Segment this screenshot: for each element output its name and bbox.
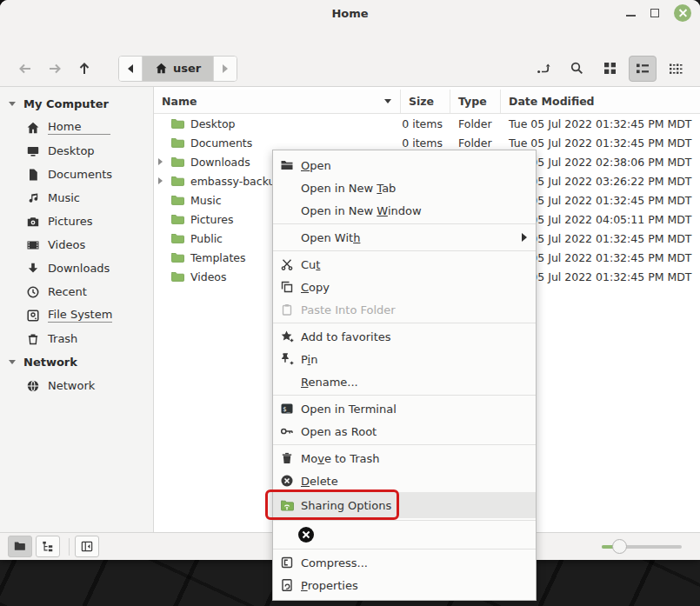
file-type: Folder: [450, 117, 501, 130]
menu-item-compress[interactable]: Compress...: [273, 551, 536, 574]
trash-icon: [280, 451, 294, 465]
zoom-slider-handle[interactable]: [612, 539, 627, 554]
file-name: Templates: [190, 251, 246, 264]
breadcrumb-next-button[interactable]: [213, 57, 237, 81]
color-clear-button[interactable]: [298, 527, 314, 543]
sidebar-item-documents[interactable]: Documents: [0, 163, 153, 186]
back-button[interactable]: [10, 56, 40, 82]
column-header-size[interactable]: Size: [401, 90, 450, 113]
column-header-type[interactable]: Type: [450, 90, 501, 113]
column-header-name[interactable]: Name: [154, 90, 401, 113]
menu-item-label: Sharing Options: [301, 499, 391, 512]
file-name: Videos: [190, 270, 227, 283]
breadcrumb-prev-button[interactable]: [119, 57, 143, 81]
menu-item-paste-into-folder[interactable]: Paste Into Folder: [273, 298, 536, 321]
breadcrumb-current-user[interactable]: user: [143, 57, 213, 81]
menu-item-open[interactable]: Open: [273, 154, 536, 176]
expander-icon[interactable]: [158, 158, 163, 165]
expander-icon[interactable]: [158, 196, 167, 204]
file-name: Desktop: [190, 117, 236, 130]
download-arrow-icon: [26, 262, 40, 276]
context-menu: Open Open in New Tab Open in New Window …: [272, 150, 537, 601]
menu-item-copy[interactable]: Copy: [273, 276, 536, 298]
menu-item-add-to-favorites[interactable]: Add to favorites: [273, 325, 536, 348]
file-name: Downloads: [190, 156, 250, 169]
expander-icon[interactable]: [158, 119, 167, 128]
sidebar-item-downloads[interactable]: Downloads: [0, 256, 153, 280]
sidebar-item-videos[interactable]: Videos: [0, 233, 153, 256]
expander-icon[interactable]: [158, 272, 167, 281]
list-view-button[interactable]: [629, 56, 657, 82]
menu-item-properties[interactable]: Properties: [273, 574, 536, 596]
sidebar-item-network[interactable]: Network: [0, 374, 153, 397]
folder-icon: [170, 193, 184, 207]
icon-view-button[interactable]: [596, 56, 623, 82]
menu-item-sharing-options[interactable]: Sharing Options: [273, 492, 536, 518]
column-header-date[interactable]: Date Modified: [501, 90, 700, 113]
close-button[interactable]: [674, 4, 691, 22]
zoom-slider[interactable]: [602, 539, 682, 555]
breadcrumb: user: [118, 56, 237, 82]
titlebar: Home: [0, 0, 700, 26]
sort-descending-icon: [384, 99, 391, 103]
expander-icon[interactable]: [158, 138, 167, 147]
folder-icon: [170, 117, 184, 130]
file-name: Documents: [190, 137, 252, 150]
menu-item-open-in-new-window[interactable]: Open in New Window: [273, 199, 536, 222]
menu-item-rename[interactable]: Rename...: [273, 370, 536, 393]
file-row[interactable]: Desktop 0 items Folder Tue 05 Jul 2022 0…: [154, 114, 700, 133]
menu-separator: [273, 323, 536, 323]
pin-plus-icon: [280, 352, 294, 366]
copy-icon: [280, 280, 294, 294]
menu-item-open-with[interactable]: Open With: [273, 226, 536, 249]
file-name: Pictures: [190, 213, 234, 226]
sidebar-item-file-system[interactable]: File System: [0, 303, 153, 327]
file-date: Tue 05 Jul 2022 01:32:45 PM MDT: [501, 137, 700, 150]
file-type: Folder: [450, 137, 501, 150]
forward-button[interactable]: [40, 56, 70, 82]
menu-item-open-in-new-tab[interactable]: Open in New Tab: [273, 176, 536, 199]
show-places-button[interactable]: [8, 536, 32, 557]
hide-sidebar-button[interactable]: [75, 536, 99, 557]
menu-item-label: Open in New Tab: [301, 182, 396, 195]
folder-icon: [170, 174, 184, 188]
compress-archive-icon: [280, 556, 294, 569]
sidebar-item-home[interactable]: Home: [0, 116, 153, 139]
expander-icon[interactable]: [158, 234, 167, 243]
collapse-triangle-icon: [9, 102, 16, 106]
open-folder-icon: [280, 158, 294, 172]
menu-item-label: Copy: [301, 281, 330, 294]
compact-view-button[interactable]: [662, 56, 690, 82]
sidebar-item-pictures[interactable]: Pictures: [0, 210, 153, 233]
menu-item-pin[interactable]: Pin: [273, 348, 536, 370]
menu-item-cut[interactable]: Cut: [273, 253, 536, 276]
sidebar: My Computer Home Desktop Documents Music…: [0, 87, 154, 532]
submenu-arrow-icon: [522, 233, 527, 242]
maximize-button[interactable]: [650, 9, 659, 17]
menu-item-label: Move to Trash: [301, 452, 380, 465]
up-button[interactable]: [70, 56, 99, 82]
minimize-button[interactable]: [626, 0, 636, 26]
sidebar-item-music[interactable]: Music: [0, 186, 153, 210]
menu-item-open-as-root[interactable]: Open as Root: [273, 420, 536, 443]
search-button[interactable]: [563, 56, 590, 82]
show-treeview-button[interactable]: [36, 536, 60, 557]
sidebar-header-network[interactable]: Network: [0, 350, 153, 374]
film-icon: [26, 238, 40, 252]
expander-icon[interactable]: [158, 215, 167, 223]
menu-item-move-to-trash[interactable]: Move to Trash: [273, 447, 536, 469]
menu-item-label: Delete: [301, 475, 338, 488]
toggle-location-entry-button[interactable]: [530, 56, 557, 82]
sidebar-header-my-computer[interactable]: My Computer: [0, 92, 153, 116]
sidebar-item-trash[interactable]: Trash: [0, 327, 153, 350]
expander-icon[interactable]: [158, 177, 163, 184]
home-icon: [155, 62, 168, 75]
menubar: [0, 26, 700, 50]
svg-text:$_: $_: [283, 406, 290, 413]
sidebar-item-desktop[interactable]: Desktop: [0, 139, 153, 163]
expander-icon[interactable]: [158, 253, 167, 262]
sidebar-item-recent[interactable]: Recent: [0, 280, 153, 303]
menu-item-open-in-terminal[interactable]: $_ Open in Terminal: [273, 397, 536, 420]
desktop-icon: [26, 144, 40, 158]
menu-item-delete[interactable]: Delete: [273, 469, 536, 492]
